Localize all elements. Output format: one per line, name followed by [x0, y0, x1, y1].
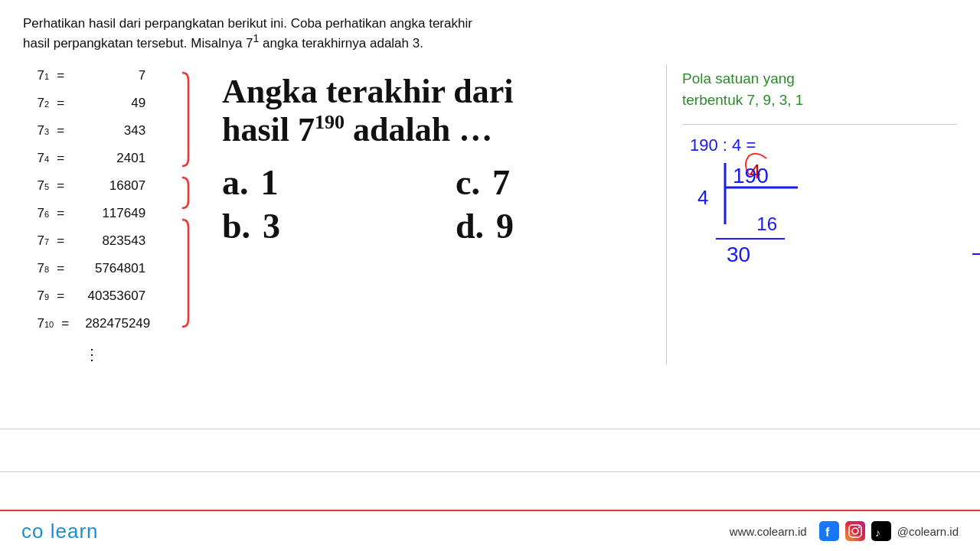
option-b-value: 3: [263, 206, 280, 246]
question-text-after: adalah …: [353, 111, 492, 148]
base-number: 7: [23, 206, 44, 221]
svg-rect-9: [871, 521, 891, 541]
equals-sign: =: [52, 96, 69, 111]
powers-table: 7 1 = 7 7 2 = 49 7 3 = 343 7 4 = 2401 7 …: [23, 65, 199, 365]
pola-text: Pola satuan yang terbentuk 7, 9, 3, 1: [682, 68, 957, 112]
power-value: 117649: [69, 206, 153, 221]
mid-separator-2: [0, 471, 980, 472]
equals-sign: =: [52, 261, 69, 276]
long-division: 4 4: [697, 163, 957, 267]
option-d-label: d.: [456, 206, 484, 246]
divisor-value: 4: [697, 163, 710, 210]
svg-point-8: [858, 527, 860, 528]
equals-sign: =: [57, 316, 74, 331]
step-line: [716, 238, 785, 240]
base-number: 7: [23, 178, 44, 194]
option-d: d. 9: [456, 206, 658, 246]
option-c-label: c.: [456, 162, 480, 203]
footer-logo: co learn: [21, 520, 99, 543]
instagram-icon: [845, 521, 865, 541]
dots-row: ⋮: [23, 344, 199, 365]
base-number: 7: [23, 261, 44, 276]
red-bracket-svg: [172, 67, 193, 342]
intro-text: Perhatikan hasil dari perpangkatan berik…: [23, 14, 957, 54]
question-text-before: Angka terakhir dari: [222, 73, 514, 110]
base-number: 7: [23, 68, 44, 83]
svg-text:190: 190: [733, 164, 769, 187]
power-value: 343: [69, 123, 153, 139]
footer-url: www.colearn.id: [730, 525, 807, 538]
option-b: b. 3: [222, 206, 425, 246]
footer-right: www.colearn.id f: [730, 521, 959, 541]
equals-sign: =: [52, 289, 69, 304]
option-c: c. 7: [456, 162, 658, 203]
equals-sign: =: [52, 206, 69, 221]
equals-sign: =: [52, 233, 69, 249]
intro-line1: Perhatikan hasil dari perpangkatan berik…: [23, 16, 472, 31]
equals-sign: =: [52, 68, 69, 83]
power-value: 2401: [69, 151, 153, 166]
option-a-value: 1: [261, 162, 279, 203]
division-symbol-svg: 190: [710, 163, 802, 224]
pola-line1: Pola satuan yang: [682, 70, 795, 86]
power-value: 5764801: [69, 261, 153, 276]
question-expression: hasil 7190 adalah …: [222, 111, 492, 148]
divider-horizontal: [682, 124, 957, 125]
remainder-value: 30: [716, 243, 750, 267]
option-a-label: a.: [222, 162, 249, 203]
svg-text:f: f: [825, 526, 830, 539]
option-c-value: 7: [492, 162, 510, 203]
intro-line2: hasil perpangkatan tersebut. Misalnya 71…: [23, 36, 423, 51]
step-dash-row: 30: [716, 243, 957, 267]
power-value: 823543: [69, 233, 153, 249]
question-title: Angka terakhir dari hasil 7190 adalah …: [222, 73, 658, 150]
footer: co learn www.colearn.id f: [0, 510, 980, 551]
base-number: 7: [23, 233, 44, 249]
base-number: 7: [23, 316, 44, 331]
options-grid: a. 1 c. 7 b. 3 d. 9: [222, 162, 658, 246]
power-value: 16807: [69, 178, 153, 194]
pola-line2: terbentuk 7, 9, 3, 1: [682, 92, 803, 108]
equals-sign: =: [52, 151, 69, 166]
question-col: Angka terakhir dari hasil 7190 adalah … …: [199, 65, 658, 365]
mid-separator-1: [0, 429, 980, 429]
equals-sign: =: [52, 123, 69, 139]
division-symbol-wrapper: 190: [710, 163, 802, 229]
base-number: 7: [23, 123, 44, 139]
option-d-value: 9: [496, 206, 514, 246]
social-handle: @colearn.id: [897, 525, 959, 538]
logo-learn: learn: [51, 520, 99, 543]
social-icons: f: [819, 521, 959, 541]
equals-sign: =: [52, 178, 69, 194]
svg-text:♪: ♪: [875, 527, 880, 539]
step-dash: [972, 253, 980, 255]
power-value: 282475249: [74, 316, 158, 331]
power-value: 49: [69, 96, 153, 111]
tiktok-icon: ♪: [871, 521, 891, 541]
base-number: 7: [23, 289, 44, 304]
remainder-number: 30: [727, 243, 750, 266]
base-number: 7: [23, 151, 44, 166]
facebook-icon: f: [819, 521, 839, 541]
option-a: a. 1: [222, 162, 425, 203]
option-b-label: b.: [222, 206, 250, 246]
division-area: 190 : 4 = 4 4: [682, 135, 957, 267]
power-value: 7: [69, 68, 153, 83]
divisor-number: 4: [697, 186, 708, 209]
power-value: 40353607: [69, 289, 153, 304]
logo-co: co: [21, 520, 44, 543]
svg-rect-5: [845, 521, 865, 541]
solution-col: Pola satuan yang terbentuk 7, 9, 3, 1 19…: [666, 65, 957, 365]
division-label: 190 : 4 =: [690, 135, 957, 155]
base-number: 7: [23, 96, 44, 111]
